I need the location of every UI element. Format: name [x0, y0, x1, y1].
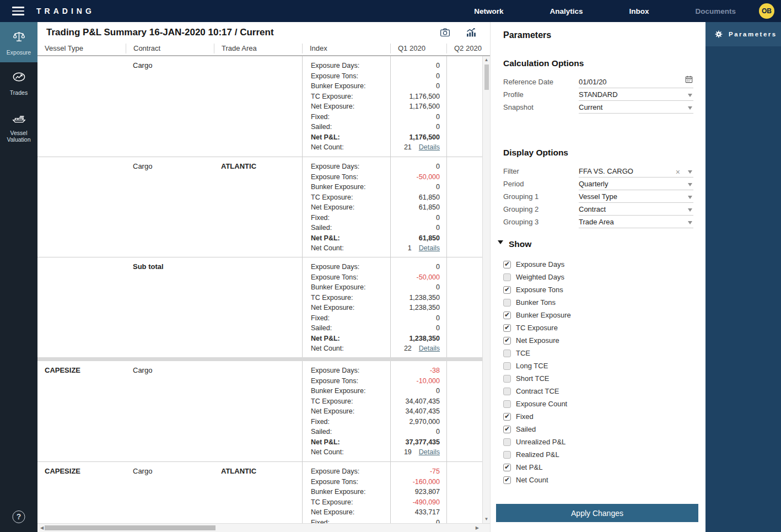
checkbox-realized-p-l[interactable]: Realized P&L	[503, 448, 693, 461]
checkbox-net-count[interactable]: Net Count	[503, 474, 693, 486]
checkbox-contract-tce[interactable]: Contract TCE	[503, 385, 693, 397]
field-control-period[interactable]: Quarterly	[579, 180, 693, 190]
checkbox-exposure-count[interactable]: Exposure Count	[503, 397, 693, 410]
metric-label: Bunker Exposure:	[311, 81, 385, 92]
vessel-type-cell: CAPESIZE	[37, 361, 126, 461]
checkbox-long-tce[interactable]: Long TCE	[503, 359, 693, 372]
sidebar-item-exposure[interactable]: Exposure	[0, 22, 37, 62]
chevron-down-icon[interactable]	[688, 208, 692, 212]
checkbox-net-p-l[interactable]: Net P&L	[503, 461, 693, 474]
table-row: CargoExposure Days:Exposure Tons:Bunker …	[37, 56, 490, 157]
chevron-down-icon[interactable]	[688, 221, 692, 224]
sidebar-item-vessel-valuation[interactable]: Vessel Valuation	[0, 103, 37, 149]
checked-checkbox-icon[interactable]	[503, 337, 511, 345]
scroll-right-icon[interactable]: ▶	[476, 524, 479, 532]
checked-checkbox-icon[interactable]	[503, 426, 511, 433]
field-control-filter[interactable]: FFA VS. CARGO×	[579, 167, 693, 178]
unchecked-checkbox-icon[interactable]	[503, 362, 511, 370]
show-section-toggle[interactable]: Show	[503, 239, 693, 249]
nav-network[interactable]: Network	[451, 7, 526, 15]
gear-icon	[714, 30, 723, 39]
checkbox-tce[interactable]: TCE	[503, 347, 693, 359]
right-dock: Parameters	[705, 22, 781, 532]
camera-icon[interactable]	[439, 26, 451, 38]
field-control-profile[interactable]: STANDARD	[579, 90, 693, 101]
scroll-up-icon[interactable]: ▲	[483, 56, 490, 64]
field-control-reference-date[interactable]: 01/01/20	[579, 75, 693, 88]
details-link[interactable]: Details	[419, 243, 440, 254]
vscroll-thumb[interactable]	[484, 65, 489, 90]
checked-checkbox-icon[interactable]	[503, 413, 511, 421]
scroll-down-icon[interactable]: ▼	[483, 515, 490, 523]
unchecked-checkbox-icon[interactable]	[503, 438, 511, 446]
nav-analytics[interactable]: Analytics	[526, 7, 606, 15]
field-control-grouping-2[interactable]: Contract	[579, 205, 693, 216]
apply-changes-button[interactable]: Apply Changes	[496, 504, 698, 522]
metric-label: Exposure Tons:	[311, 272, 385, 283]
metric-label: Sailed:	[311, 427, 385, 437]
chart-icon[interactable]	[465, 26, 477, 38]
details-link[interactable]: Details	[419, 447, 440, 458]
checkbox-tc-exposure[interactable]: TC Exposure	[503, 321, 693, 334]
chevron-down-icon[interactable]	[688, 94, 692, 97]
horizontal-scrollbar[interactable]: ◀ ▶	[37, 523, 490, 532]
unchecked-checkbox-icon[interactable]	[503, 388, 511, 395]
scroll-left-icon[interactable]: ◀	[40, 524, 44, 532]
vertical-scrollbar[interactable]: ▲ ▼	[482, 56, 490, 523]
metric-label: Exposure Days:	[311, 162, 385, 172]
nav-documents[interactable]: Documents	[672, 7, 759, 15]
checkbox-fixed[interactable]: Fixed	[503, 410, 693, 423]
help-icon[interactable]: ?	[13, 510, 25, 523]
checked-checkbox-icon[interactable]	[503, 324, 511, 332]
checked-checkbox-icon[interactable]	[503, 464, 511, 471]
checkbox-net-exposure[interactable]: Net Exposure	[503, 334, 693, 347]
metric-label: Net Exposure:	[311, 406, 385, 417]
field-control-grouping-3[interactable]: Trade Area	[579, 218, 693, 228]
chevron-down-icon[interactable]	[688, 170, 692, 174]
menu-icon[interactable]	[12, 4, 24, 18]
net-count-value: 19	[404, 447, 412, 458]
checkbox-weighted-days[interactable]: Weighted Days	[503, 271, 693, 283]
net-count-line: 22Details	[394, 343, 440, 354]
net-count-line: 1Details	[394, 243, 440, 254]
checkbox-sailed[interactable]: Sailed	[503, 423, 693, 436]
parameters-dock-tab[interactable]: Parameters	[705, 22, 781, 46]
details-link[interactable]: Details	[419, 343, 440, 354]
checked-checkbox-icon[interactable]	[503, 286, 511, 294]
checkbox-exposure-days[interactable]: Exposure Days	[503, 258, 693, 271]
clear-icon[interactable]: ×	[676, 169, 680, 175]
metric-value: 2,970,000	[394, 417, 440, 427]
col-header-q1-2020: Q1 2020	[390, 44, 446, 53]
hscroll-thumb[interactable]	[45, 525, 216, 530]
checkbox-bunker-tons[interactable]: Bunker Tons	[503, 296, 693, 309]
chevron-down-icon[interactable]	[688, 196, 692, 199]
metric-value: 0	[394, 162, 440, 172]
unchecked-checkbox-icon[interactable]	[503, 350, 511, 357]
metric-value: 34,407,435	[394, 406, 440, 417]
unchecked-checkbox-icon[interactable]	[503, 375, 511, 383]
field-grouping-2: Grouping 2Contract	[503, 203, 693, 216]
checked-checkbox-icon[interactable]	[503, 476, 511, 484]
field-control-snapshot[interactable]: Current	[579, 103, 693, 114]
metric-value: -50,000	[394, 272, 440, 283]
checked-checkbox-icon[interactable]	[503, 261, 511, 268]
unchecked-checkbox-icon[interactable]	[503, 299, 511, 307]
details-link[interactable]: Details	[419, 142, 440, 153]
chevron-down-icon[interactable]	[688, 106, 692, 110]
unchecked-checkbox-icon[interactable]	[503, 273, 511, 281]
checked-checkbox-icon[interactable]	[503, 311, 511, 319]
sidebar-item-trades[interactable]: Trades	[0, 62, 37, 103]
avatar[interactable]: OB	[759, 3, 774, 19]
nav-inbox[interactable]: Inbox	[606, 7, 672, 15]
field-label: Grouping 2	[503, 205, 579, 216]
checkbox-exposure-tons[interactable]: Exposure Tons	[503, 283, 693, 296]
checkbox-bunker-exposure[interactable]: Bunker Exposure	[503, 309, 693, 321]
calendar-icon[interactable]	[681, 75, 693, 86]
metric-value: 0	[394, 61, 440, 71]
unchecked-checkbox-icon[interactable]	[503, 451, 511, 459]
checkbox-short-tce[interactable]: Short TCE	[503, 372, 693, 385]
field-control-grouping-1[interactable]: Vessel Type	[579, 192, 693, 203]
checkbox-unrealized-p-l[interactable]: Unrealized P&L	[503, 436, 693, 448]
unchecked-checkbox-icon[interactable]	[503, 400, 511, 408]
chevron-down-icon[interactable]	[688, 183, 692, 186]
